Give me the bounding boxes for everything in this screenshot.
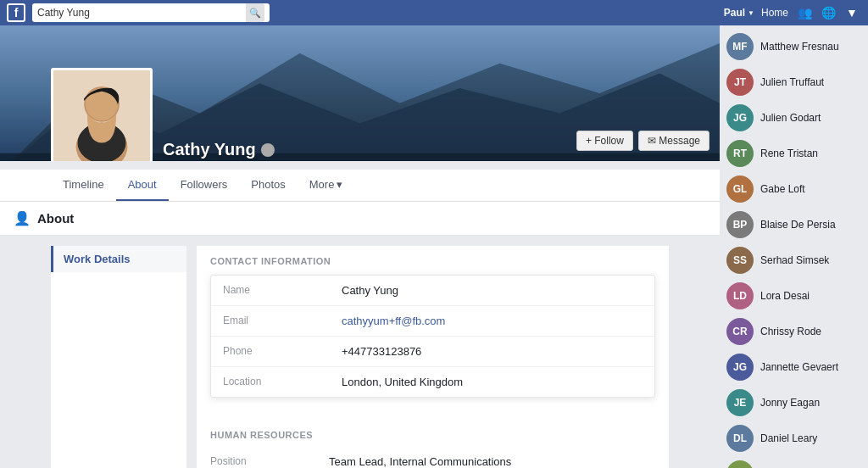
location-label: Location <box>223 376 342 387</box>
profile-section: Cathy Yung <box>51 68 275 161</box>
tab-followers[interactable]: Followers <box>169 170 240 201</box>
coworker-name: Serhad Simsek <box>760 254 829 266</box>
about-header: 👤 About <box>0 202 720 236</box>
about-title: About <box>37 211 74 226</box>
coworker-avatar: RT <box>726 140 754 167</box>
location-value: London, United Kingdom <box>342 376 463 388</box>
name-value: Cathy Yung <box>342 284 398 297</box>
coworker-avatar: JT <box>726 69 754 96</box>
coworker-name: Blaise De Persia <box>760 219 836 231</box>
about-main: CONTACT INFORMATION Name Cathy Yung Emai… <box>197 246 669 468</box>
search-bar[interactable]: 🔍 <box>32 3 270 22</box>
friends-icon[interactable]: 👥 <box>795 3 814 22</box>
profile-actions: + Follow ✉ Message <box>576 131 709 151</box>
nav-icons: 👥 🌐 ▼ <box>795 3 861 22</box>
coworker-item[interactable]: DV Daniel Vartely <box>720 456 868 468</box>
hr-section: HUMAN RESOURCES Position Team Lead, Inte… <box>197 420 669 468</box>
coworker-item[interactable]: JG Julien Godart <box>720 100 868 136</box>
coworker-name: Daniel Leary <box>760 432 817 444</box>
coworker-avatar: JG <box>726 354 754 381</box>
hr-header: HUMAN RESOURCES <box>210 430 655 440</box>
coworker-item[interactable]: JE Jonny Eagan <box>720 385 868 421</box>
tab-timeline[interactable]: Timeline <box>51 170 116 201</box>
coworker-avatar: DL <box>726 425 754 452</box>
profile-info: Cathy Yung <box>163 140 275 161</box>
coworker-name: Rene Tristan <box>760 148 818 159</box>
follow-button[interactable]: + Follow <box>576 131 633 151</box>
coworker-name: Lora Desai <box>760 290 810 302</box>
contact-row-location: Location London, United Kingdom <box>211 367 654 397</box>
email-value[interactable]: cathyyum+ff@fb.com <box>342 315 445 327</box>
coworker-name: Julien Godart <box>760 112 821 124</box>
coworker-list: MF Matthew Fresnau JT Julien Truffaut JG… <box>720 25 868 468</box>
coworker-name: Matthew Fresnau <box>760 41 839 53</box>
coworker-avatar: MF <box>726 33 754 60</box>
tab-photos[interactable]: Photos <box>239 170 297 201</box>
coworker-avatar: DV <box>726 460 754 468</box>
globe-icon[interactable]: 🌐 <box>819 3 837 22</box>
contact-row-name: Name Cathy Yung <box>211 276 654 306</box>
sidebar-work-details[interactable]: Work Details <box>51 246 186 272</box>
profile-name: Cathy Yung <box>163 140 275 159</box>
coworker-item[interactable]: LD Lora Desai <box>720 278 868 314</box>
nav-user[interactable]: Paul ▼ <box>724 7 754 19</box>
tab-about[interactable]: About <box>116 170 169 201</box>
coworker-name: Chrissy Rode <box>760 326 821 337</box>
name-label: Name <box>223 284 342 296</box>
nav-user-label: Paul <box>724 7 745 19</box>
coworker-avatar: JG <box>726 104 754 131</box>
phone-label: Phone <box>223 345 342 357</box>
coworker-item[interactable]: DL Daniel Leary <box>720 421 868 456</box>
nav-user-arrow: ▼ <box>748 9 754 17</box>
about-sidebar: Work Details <box>51 246 186 468</box>
coworker-item[interactable]: MF Matthew Fresnau <box>720 29 868 64</box>
coworker-avatar: BP <box>726 211 754 238</box>
nav-home-link[interactable]: Home <box>761 7 788 19</box>
main-layout: Cathy Yung + Follow ✉ Message Timeline A… <box>0 25 868 468</box>
hr-row-position: Position Team Lead, Internal Communicati… <box>210 448 655 468</box>
message-button[interactable]: ✉ Message <box>638 131 709 151</box>
position-value: Team Lead, Internal Communications <box>329 455 511 468</box>
coworker-name: Jonny Eagan <box>760 397 820 409</box>
coworker-item[interactable]: RT Rene Tristan <box>720 136 868 171</box>
top-navigation: f 🔍 Paul ▼ Home 👥 🌐 ▼ <box>0 0 868 25</box>
profile-avatar <box>51 68 153 161</box>
coworker-avatar: SS <box>726 247 754 274</box>
user-icon: 👤 <box>14 210 31 226</box>
position-label: Position <box>210 455 329 467</box>
coworker-avatar: GL <box>726 176 754 203</box>
coworker-avatar: CR <box>726 318 754 345</box>
contact-row-phone: Phone +447733123876 <box>211 337 654 367</box>
coworker-item[interactable]: GL Gabe Loft <box>720 171 868 207</box>
coworker-item[interactable]: SS Serhad Simsek <box>720 242 868 278</box>
contact-card: Name Cathy Yung Email cathyyum+ff@fb.com… <box>210 275 655 398</box>
tab-more[interactable]: More ▾ <box>298 170 355 201</box>
email-label: Email <box>223 315 342 326</box>
contact-header: CONTACT INFORMATION <box>210 256 655 266</box>
right-sidebar: MF Matthew Fresnau JT Julien Truffaut JG… <box>720 25 868 468</box>
content-area: Work Details CONTACT INFORMATION Name Ca… <box>0 236 720 468</box>
coworker-name: Julien Truffaut <box>760 76 824 88</box>
dropdown-icon[interactable]: ▼ <box>843 3 861 22</box>
verified-icon <box>261 143 275 157</box>
coworker-item[interactable]: BP Blaise De Persia <box>720 207 868 242</box>
coworker-avatar: JE <box>726 389 754 416</box>
center-content: Cathy Yung + Follow ✉ Message Timeline A… <box>0 25 720 468</box>
search-input[interactable] <box>37 7 242 19</box>
coworker-item[interactable]: JT Julien Truffaut <box>720 64 868 100</box>
coworker-avatar: LD <box>726 282 754 309</box>
coworker-name: Jannette Gevaert <box>760 361 838 373</box>
profile-tabs: Timeline About Followers Photos More ▾ <box>0 170 720 202</box>
phone-value: +447733123876 <box>342 345 421 358</box>
nav-right: Paul ▼ Home 👥 🌐 ▼ <box>724 3 861 22</box>
more-arrow-icon: ▾ <box>337 178 342 191</box>
coworker-item[interactable]: JG Jannette Gevaert <box>720 349 868 385</box>
contact-row-email: Email cathyyum+ff@fb.com <box>211 306 654 337</box>
contact-section: CONTACT INFORMATION Name Cathy Yung Emai… <box>197 246 669 420</box>
cover-photo-area: Cathy Yung + Follow ✉ Message <box>0 25 720 161</box>
coworker-item[interactable]: CR Chrissy Rode <box>720 314 868 349</box>
search-button[interactable]: 🔍 <box>246 3 264 22</box>
coworker-name: Gabe Loft <box>760 183 805 195</box>
facebook-logo: f <box>7 3 25 22</box>
